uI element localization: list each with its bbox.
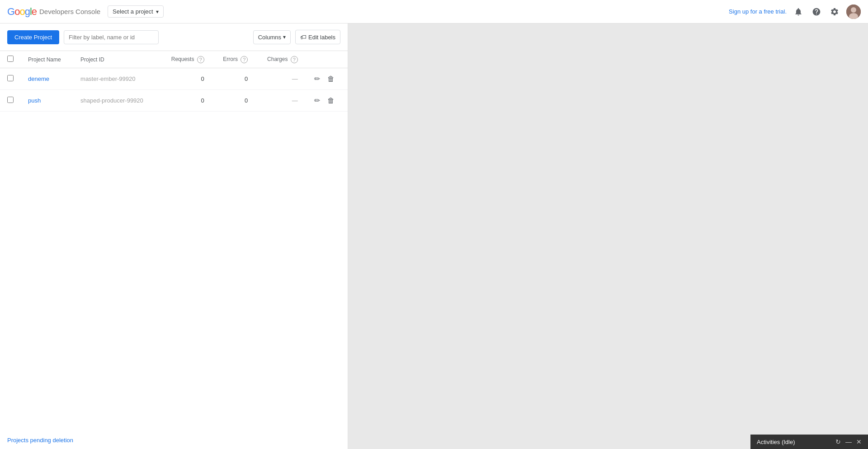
activities-minimize-icon[interactable]: — (845, 438, 852, 445)
filter-input[interactable] (64, 30, 159, 44)
row-actions: ✏ 🗑 (305, 90, 348, 112)
row-checkbox-1[interactable] (7, 97, 14, 103)
table-header-row: Project Name Project ID Requests ? Error… (0, 51, 348, 68)
svg-point-1 (851, 7, 856, 13)
row-charges: — (255, 90, 305, 112)
header-requests: Requests ? (159, 51, 211, 68)
pending-deletion-section: Projects pending deletion (0, 431, 348, 449)
project-selector[interactable]: Select a project ▾ (108, 5, 164, 18)
activities-label: Activities (Idle) (757, 439, 795, 445)
row-charges: — (255, 68, 305, 90)
row-actions: ✏ 🗑 (305, 68, 348, 90)
errors-help-icon[interactable]: ? (241, 56, 248, 63)
project-name-link[interactable]: push (28, 97, 41, 104)
row-requests: 0 (159, 68, 211, 90)
app-header: Google Developers Console Select a proje… (0, 0, 868, 23)
row-action-icons: ✏ 🗑 (312, 94, 340, 107)
table-row: deneme master-ember-99920 0 0 — ✏ 🗑 (0, 68, 348, 90)
row-project-id: master-ember-99920 (73, 68, 159, 90)
row-project-name: deneme (21, 68, 73, 90)
app-name: Developers Console (39, 8, 100, 15)
project-name-link[interactable]: deneme (28, 75, 49, 82)
row-checkbox-0[interactable] (7, 75, 14, 81)
left-panel: Create Project Columns ▾ 🏷 Edit labels (0, 23, 348, 449)
projects-table-container: Project Name Project ID Requests ? Error… (0, 51, 348, 431)
requests-help-icon[interactable]: ? (197, 56, 204, 63)
row-checkbox-cell (0, 68, 21, 90)
edit-icon[interactable]: ✏ (312, 73, 322, 85)
row-action-icons: ✏ 🗑 (312, 73, 340, 85)
google-logo: Google (7, 6, 37, 18)
projects-table: Project Name Project ID Requests ? Error… (0, 51, 348, 112)
activities-close-icon[interactable]: ✕ (856, 438, 862, 445)
header-actions (305, 51, 348, 68)
edit-icon[interactable]: ✏ (312, 94, 322, 107)
columns-chevron-icon: ▾ (283, 34, 286, 40)
pending-deletion-link[interactable]: Projects pending deletion (7, 437, 73, 444)
activities-bar: Activities (Idle) ↻ — ✕ (750, 435, 868, 449)
chevron-down-icon: ▾ (156, 9, 159, 15)
project-selector-label: Select a project (113, 8, 153, 15)
columns-label: Columns (258, 34, 281, 41)
activities-icons: ↻ — ✕ (835, 438, 862, 445)
edit-labels-button[interactable]: 🏷 Edit labels (295, 30, 340, 44)
logo-g-red: o (14, 6, 19, 18)
row-project-name: push (21, 90, 73, 112)
header-project-id: Project ID (73, 51, 159, 68)
avatar[interactable] (846, 5, 861, 19)
select-all-checkbox[interactable] (7, 56, 14, 62)
sign-up-link[interactable]: Sign up for a free trial. (729, 8, 787, 15)
logo-g-blue: G (7, 6, 14, 18)
delete-icon[interactable]: 🗑 (326, 73, 336, 85)
logo-g-yellow: o (19, 6, 24, 18)
activities-refresh-icon[interactable]: ↻ (835, 438, 841, 445)
header-errors-label: Errors (223, 56, 238, 62)
logo-g-blue2: g (25, 6, 30, 18)
tag-icon: 🏷 (300, 33, 307, 41)
charges-help-icon[interactable]: ? (291, 56, 298, 63)
row-project-id: shaped-producer-99920 (73, 90, 159, 112)
header-project-id-label: Project ID (80, 56, 104, 63)
row-requests: 0 (159, 90, 211, 112)
header-project-name-label: Project Name (28, 56, 61, 63)
row-errors: 0 (212, 68, 255, 90)
header-project-name: Project Name (21, 51, 73, 68)
settings-icon[interactable] (828, 5, 841, 18)
create-project-button[interactable]: Create Project (7, 30, 59, 44)
main-layout: Create Project Columns ▾ 🏷 Edit labels (0, 23, 868, 449)
edit-labels-label: Edit labels (308, 34, 335, 41)
logo-g-red2: e (32, 6, 37, 18)
header-requests-label: Requests (171, 56, 194, 62)
help-icon[interactable] (810, 5, 823, 18)
columns-button[interactable]: Columns ▾ (253, 30, 291, 44)
logo-area: Google Developers Console (7, 6, 100, 18)
header-charges: Charges ? (255, 51, 305, 68)
right-panel (348, 23, 868, 449)
header-right: Sign up for a free trial. (729, 5, 861, 19)
table-body: deneme master-ember-99920 0 0 — ✏ 🗑 push… (0, 68, 348, 112)
header-errors: Errors ? (212, 51, 255, 68)
header-charges-label: Charges (267, 56, 288, 62)
delete-icon[interactable]: 🗑 (326, 95, 336, 107)
row-checkbox-cell (0, 90, 21, 112)
toolbar: Create Project Columns ▾ 🏷 Edit labels (0, 23, 348, 51)
notifications-icon[interactable] (792, 5, 805, 18)
row-errors: 0 (212, 90, 255, 112)
table-row: push shaped-producer-99920 0 0 — ✏ 🗑 (0, 90, 348, 112)
header-checkbox-col (0, 51, 21, 68)
